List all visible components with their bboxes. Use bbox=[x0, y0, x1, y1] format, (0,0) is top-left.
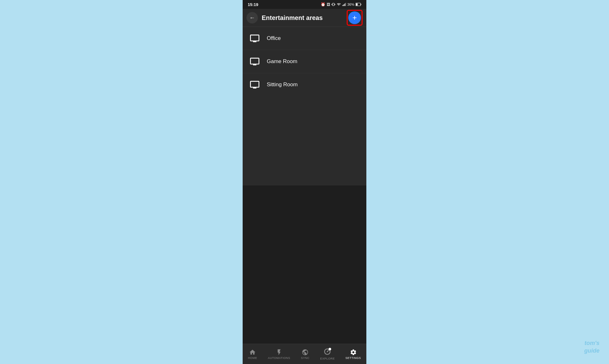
nav-label-sync: SYNC bbox=[301, 356, 310, 360]
tv-icon bbox=[249, 79, 260, 90]
svg-rect-6 bbox=[361, 4, 361, 5]
sync-icon bbox=[302, 349, 309, 356]
svg-rect-0 bbox=[342, 5, 343, 6]
nav-item-explore[interactable]: EXPLORE bbox=[318, 347, 337, 361]
list-item[interactable]: Game Room bbox=[243, 50, 366, 73]
header: ← Entertainment areas + bbox=[243, 9, 366, 27]
add-button-highlight: + bbox=[347, 10, 363, 26]
nav-label-settings: SETTINGS bbox=[345, 356, 361, 360]
empty-content-area bbox=[243, 185, 366, 344]
watermark-line1: tom's bbox=[584, 340, 599, 347]
svg-rect-2 bbox=[344, 4, 344, 6]
nav-label-home: HOME bbox=[248, 356, 257, 360]
list-item[interactable]: Sitting Room bbox=[243, 73, 366, 96]
vibrate-icon bbox=[331, 3, 335, 6]
status-time: 15:19 bbox=[248, 2, 258, 7]
svg-rect-7 bbox=[356, 3, 357, 6]
wifi-icon bbox=[337, 3, 341, 6]
nav-item-automations[interactable]: AUTOMATIONS bbox=[265, 348, 293, 361]
watermark-line2: guide bbox=[584, 347, 599, 354]
battery-icon bbox=[356, 3, 361, 6]
settings-icon bbox=[350, 349, 357, 356]
back-button[interactable]: ← bbox=[246, 12, 258, 23]
nav-item-sync[interactable]: SYNC bbox=[298, 348, 312, 361]
nav-label-explore: EXPLORE bbox=[320, 357, 335, 360]
svg-rect-1 bbox=[343, 5, 344, 6]
svg-rect-4 bbox=[345, 3, 346, 6]
home-icon bbox=[249, 349, 256, 356]
toms-guide-watermark: tom's guide bbox=[584, 340, 599, 354]
battery-text: 36% bbox=[347, 3, 354, 6]
bottom-nav: HOME AUTOMATIONS SYNC bbox=[243, 344, 366, 364]
item-label-sitting-room: Sitting Room bbox=[267, 81, 298, 88]
add-button[interactable]: + bbox=[348, 11, 361, 24]
svg-rect-3 bbox=[345, 3, 345, 6]
automations-icon bbox=[276, 349, 283, 356]
entertainment-areas-list: Office Game Room Sitting Room bbox=[243, 27, 366, 185]
nav-item-home[interactable]: HOME bbox=[246, 348, 260, 361]
tv-icon bbox=[249, 33, 260, 44]
plus-icon: + bbox=[352, 14, 357, 22]
phone-screen: 15:19 ⏰ 🖼 36% bbox=[243, 0, 366, 364]
tv-icon bbox=[249, 56, 260, 67]
image-icon: 🖼 bbox=[327, 3, 330, 6]
explore-notification-dot bbox=[329, 348, 331, 350]
nav-label-automations: AUTOMATIONS bbox=[268, 356, 290, 360]
list-item[interactable]: Office bbox=[243, 27, 366, 50]
status-icons: ⏰ 🖼 36% bbox=[321, 2, 361, 7]
nav-item-settings[interactable]: SETTINGS bbox=[343, 348, 363, 361]
alarm-icon: ⏰ bbox=[321, 2, 325, 7]
item-label-office: Office bbox=[267, 35, 281, 42]
back-arrow-icon: ← bbox=[249, 15, 255, 21]
signal-icon bbox=[342, 3, 346, 6]
page-title: Entertainment areas bbox=[262, 14, 343, 22]
item-label-game-room: Game Room bbox=[267, 58, 297, 65]
status-bar: 15:19 ⏰ 🖼 36% bbox=[243, 0, 366, 9]
